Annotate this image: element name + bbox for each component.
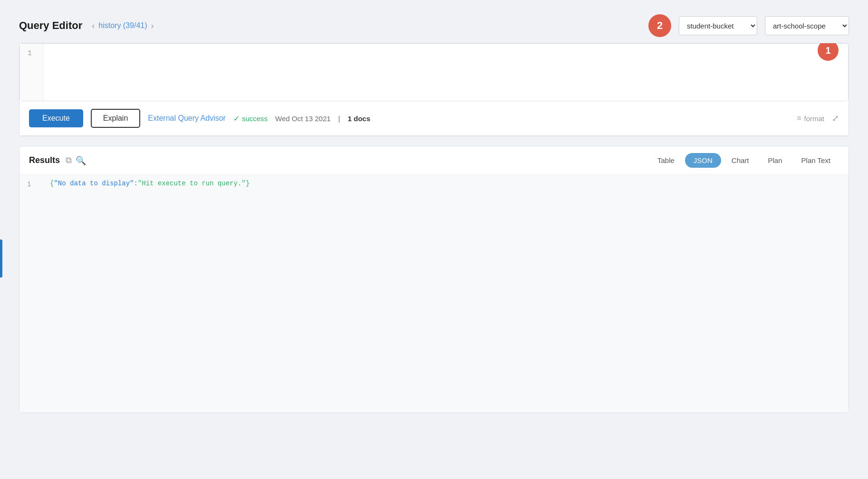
query-editor-container: 1 1 Execute Explain External Query Advis… <box>19 43 849 136</box>
copy-icon[interactable]: ⧉ <box>66 155 72 165</box>
toolbar-row: Execute Explain External Query Advisor ✓… <box>19 101 849 136</box>
status-docs: 1 docs <box>347 115 370 123</box>
query-input[interactable] <box>44 44 848 101</box>
toolbar-right: ≡ format ⤢ <box>797 113 839 124</box>
tab-plantext[interactable]: Plan Text <box>793 153 839 168</box>
code-colon: : <box>134 180 137 187</box>
success-check-icon: ✓ <box>233 114 240 123</box>
status-date: Wed Oct 13 2021 <box>275 115 330 123</box>
results-header: Results ⧉ 🔍 Table JSON Chart Plan Plan T… <box>19 146 849 175</box>
results-title: Results <box>29 155 60 165</box>
code-key: "No data to display" <box>54 180 134 187</box>
header-right: 2 student-bucket art-school-scope <box>648 14 849 37</box>
status-separator: | <box>338 115 340 123</box>
bucket-select[interactable]: student-bucket <box>679 16 757 35</box>
view-tabs: Table JSON Chart Plan Plan Text <box>649 153 839 168</box>
results-panel: Results ⧉ 🔍 Table JSON Chart Plan Plan T… <box>19 146 849 413</box>
format-label: format <box>804 115 824 123</box>
results-content: 1 {"No data to display":"Hit execute to … <box>19 175 849 412</box>
history-link[interactable]: history (39/41) <box>98 21 147 30</box>
line-number-1: 1 <box>28 49 32 57</box>
result-code-line: {"No data to display":"Hit execute to ru… <box>50 180 250 187</box>
line-numbers: 1 <box>20 44 44 101</box>
history-nav: ‹ history (39/41) › <box>92 21 154 31</box>
expand-button[interactable]: ⤢ <box>832 113 839 124</box>
tab-json[interactable]: JSON <box>685 153 721 168</box>
success-label: success <box>242 115 268 123</box>
editor-area: 1 1 <box>19 43 849 101</box>
search-icon[interactable]: 🔍 <box>76 155 86 166</box>
header-left: Query Editor ‹ history (39/41) › <box>19 19 154 32</box>
execute-button[interactable]: Execute <box>29 109 83 127</box>
code-close: } <box>246 180 250 187</box>
next-history-button[interactable]: › <box>151 21 154 31</box>
external-query-advisor-link[interactable]: External Query Advisor <box>148 114 226 123</box>
code-value: "Hit execute to run query." <box>138 180 246 187</box>
format-lines-icon: ≡ <box>797 114 801 123</box>
badge-2: 2 <box>648 14 671 37</box>
success-status: ✓ success <box>233 114 268 123</box>
header-row: Query Editor ‹ history (39/41) › 2 stude… <box>19 14 849 37</box>
tab-plan[interactable]: Plan <box>760 153 791 168</box>
explain-button[interactable]: Explain <box>91 109 140 128</box>
tab-table[interactable]: Table <box>649 153 683 168</box>
prev-history-button[interactable]: ‹ <box>92 21 95 31</box>
format-button[interactable]: ≡ format <box>797 114 824 123</box>
scope-select[interactable]: art-school-scope <box>765 16 849 35</box>
result-row-1: 1 {"No data to display":"Hit execute to … <box>19 175 849 193</box>
editor-inner: 1 <box>20 44 848 101</box>
page-title: Query Editor <box>19 19 82 32</box>
main-container: Query Editor ‹ history (39/41) › 2 stude… <box>0 0 868 479</box>
tab-chart[interactable]: Chart <box>723 153 758 168</box>
result-line-number: 1 <box>27 180 46 188</box>
left-accent-bar <box>0 240 2 278</box>
